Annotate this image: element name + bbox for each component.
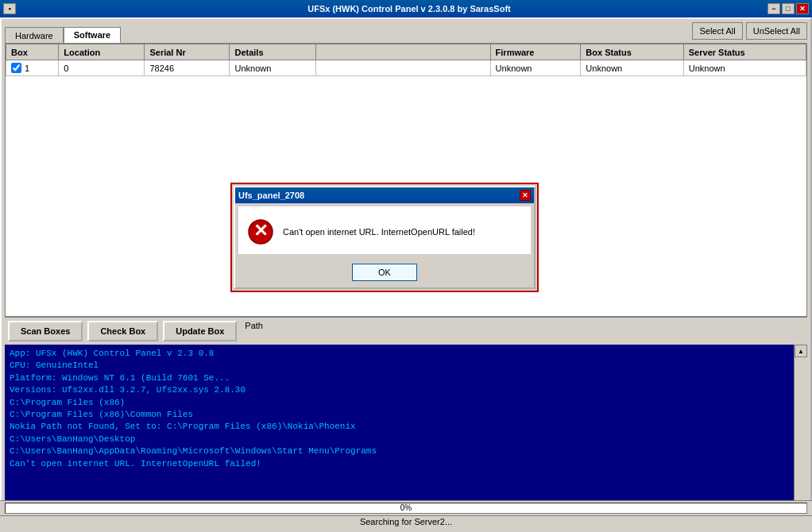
dialog-title-bar: Ufs_panel_2708 ✕ [235, 187, 534, 203]
col-serial: Serial Nr [145, 44, 230, 60]
col-box: Box [6, 44, 59, 60]
error-icon: ✕ [248, 219, 273, 245]
close-button[interactable]: ✕ [796, 3, 809, 14]
dialog-border: Ufs_panel_2708 ✕ ✕ Can't open internet U… [230, 183, 539, 292]
log-line: C:\Users\BanHang\Desktop [10, 434, 789, 445]
update-box-button[interactable]: Update Box [163, 321, 237, 341]
dialog-overlay: Ufs_panel_2708 ✕ ✕ Can't open internet U… [230, 183, 539, 292]
log-line: Versions: Ufs2xx.dll 3.2.7, Ufs2xx.sys 2… [10, 384, 789, 396]
path-label: Path [245, 321, 263, 341]
cell-empty [315, 60, 490, 76]
cell-box-status: Unknown [581, 60, 683, 76]
maximize-button[interactable]: □ [782, 3, 795, 14]
status-bar: 0% Searching for Server2... [0, 500, 812, 532]
cell-box: 1 [6, 60, 59, 76]
window-title: UFSx (HWK) Control Panel v 2.3.0.8 by Sa… [51, 4, 768, 13]
progress-area: 0% [0, 501, 812, 515]
log-line: C:\Program Files (x86) [10, 397, 789, 409]
dialog-body: ✕ Can't open internet URL. InternetOpenU… [238, 206, 531, 254]
progress-bar-container: 0% [5, 503, 807, 514]
check-box-button[interactable]: Check Box [87, 321, 158, 341]
tab-bar: Hardware Software [5, 27, 121, 43]
log-line: Can't open internet URL. InternetOpenURL… [10, 458, 789, 470]
scroll-up-button[interactable]: ▲ [795, 345, 807, 357]
dialog-message: Can't open internet URL. InternetOpenURL… [283, 227, 475, 237]
col-box-status: Box Status [581, 44, 683, 60]
svg-text:✕: ✕ [253, 221, 268, 241]
dialog-window: Ufs_panel_2708 ✕ ✕ Can't open internet U… [234, 186, 536, 289]
dialog-footer: OK [235, 257, 534, 287]
progress-text: 0% [6, 503, 806, 512]
cell-server-status: Unknown [683, 60, 806, 76]
log-line: Nokia Path not Found, Set to: C:\Program… [10, 421, 789, 433]
dialog-close-button[interactable]: ✕ [520, 190, 531, 201]
table-row: 1 0 78246 Unknown Unknown Unknown Unknow… [6, 60, 806, 76]
scan-boxes-button[interactable]: Scan Boxes [8, 321, 83, 341]
col-server-status: Server Status [683, 44, 806, 60]
log-line: C:\Users\BanHang\AppData\Roaming\Microso… [10, 445, 789, 457]
tab-software[interactable]: Software [64, 27, 121, 43]
box-number: 1 [25, 64, 29, 73]
log-line: App: UFSx (HWK) Control Panel v 2.3 0.8 [10, 348, 789, 360]
log-line: C:\Program Files (x86)\Common Files [10, 409, 789, 421]
dialog-ok-button[interactable]: OK [352, 264, 417, 281]
cell-location: 0 [59, 60, 145, 76]
col-firmware [315, 44, 490, 60]
tab-hardware[interactable]: Hardware [5, 27, 64, 43]
col-location: Location [59, 44, 145, 60]
cell-firmware: Unknown [490, 60, 581, 76]
title-bar: ▪ UFSx (HWK) Control Panel v 2.3.0.8 by … [0, 0, 812, 17]
status-text: Searching for Server2... [0, 515, 812, 527]
cell-serial: 78246 [145, 60, 230, 76]
log-line: Platform: Windows NT 6.1 (Build 7601 Se.… [10, 372, 789, 384]
bottom-section: Scan Boxes Check Box Update Box Path App… [5, 317, 807, 527]
select-all-button[interactable]: Select All [692, 22, 742, 40]
dialog-title: Ufs_panel_2708 [238, 191, 304, 200]
toolbar: Select All UnSelect All [692, 22, 807, 40]
row-checkbox[interactable] [11, 63, 21, 73]
action-bar: Scan Boxes Check Box Update Box Path [5, 317, 807, 345]
log-line: CPU: GenuineIntel [10, 360, 789, 372]
col-firmware-label: Firmware [490, 44, 581, 60]
system-menu-icon[interactable]: ▪ [3, 3, 16, 14]
device-table: Box Location Serial Nr Details Firmware … [6, 44, 806, 76]
unselect-all-button[interactable]: UnSelect All [746, 22, 807, 40]
cell-details: Unknown [230, 60, 315, 76]
minimize-button[interactable]: − [768, 3, 780, 14]
col-details: Details [230, 44, 315, 60]
